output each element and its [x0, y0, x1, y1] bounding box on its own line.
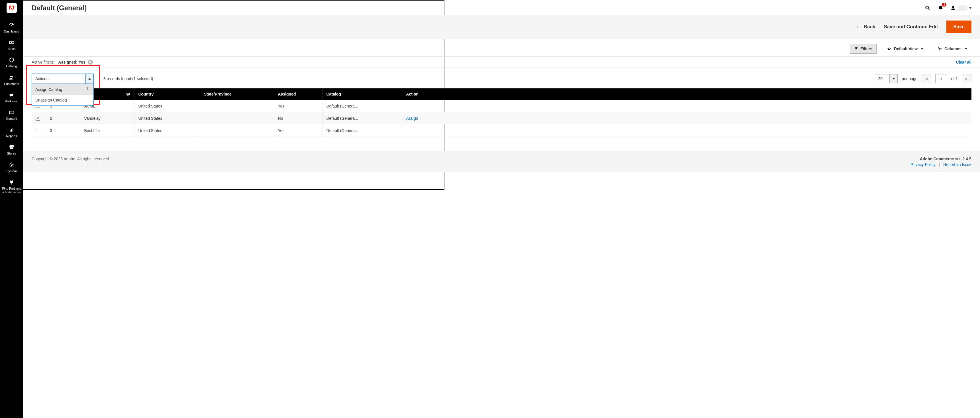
megaphone-icon — [8, 91, 15, 98]
main-content: Default (General) 3 ← Back Save and Cont… — [23, 0, 444, 190]
cell-catalog: Default (Genera... — [322, 112, 402, 124]
cell-id: 2 — [46, 112, 80, 124]
table-row: 3Best LifeUnited StatesYesDefault (Gener… — [32, 124, 444, 137]
nav-label: Stores — [7, 152, 16, 155]
cash-icon — [8, 39, 15, 46]
cell-catalog: Default (Genera... — [322, 100, 402, 112]
cell-country: United States — [134, 124, 200, 137]
cell-country: United States — [134, 100, 200, 112]
svg-rect-7 — [10, 130, 11, 132]
svg-point-2 — [11, 42, 12, 43]
nav-label: Dashboard — [4, 30, 19, 34]
cell-assigned: Yes — [274, 100, 322, 112]
header-state[interactable]: State/Province — [200, 88, 274, 100]
grid-controls: Actions Assign Catalog Unassign Catalog … — [23, 71, 444, 88]
action-item-label: Assign Catalog — [35, 87, 62, 92]
store-icon — [8, 144, 15, 150]
cell-company: Vandelay — [80, 112, 134, 124]
actions-dropdown-menu: Assign Catalog Unassign Catalog — [32, 84, 94, 105]
svg-rect-9 — [13, 128, 13, 131]
assign-link[interactable]: Assign — [406, 116, 418, 121]
adobe-logo[interactable] — [6, 3, 17, 13]
page-actions: ← Back Save and Continue Edit Save — [23, 15, 444, 39]
gauge-icon — [8, 22, 15, 29]
cell-action: Assign — [402, 112, 444, 124]
cell-state — [200, 100, 274, 112]
cell-action — [402, 124, 444, 137]
nav-dashboard[interactable]: Dashboard — [0, 19, 23, 36]
nav-label: Marketing — [5, 99, 18, 103]
nav-label: Content — [6, 117, 17, 121]
nav-sales[interactable]: Sales — [0, 36, 23, 54]
svg-point-0 — [11, 25, 12, 26]
cell-assigned: Yes — [274, 124, 322, 137]
cell-country: United States — [134, 112, 200, 124]
admin-sidebar: Dashboard Sales Catalog Customers Market… — [0, 0, 23, 190]
cell-id: 3 — [46, 124, 80, 137]
card-icon — [8, 109, 15, 116]
cell-action — [402, 100, 444, 112]
cell-assigned: No — [274, 112, 322, 124]
nav-reports[interactable]: Reports — [0, 123, 23, 141]
actions-dropdown-wrap: Actions Assign Catalog Unassign Catalog — [32, 73, 94, 84]
nav-customers[interactable]: Customers — [0, 71, 23, 89]
nav-label: Catalog — [6, 64, 17, 68]
svg-rect-8 — [11, 129, 12, 132]
nav-system[interactable]: System — [0, 158, 23, 176]
nav-partners[interactable]: Find Partners & Extensions — [0, 176, 23, 190]
active-filters-row: Active filters: Assigned: Yes ✕ Clear al… — [23, 56, 444, 68]
filter-chip-text: Assigned: Yes — [58, 60, 85, 64]
active-filters-label: Active filters: — [32, 60, 54, 64]
cell-company: Best Life — [80, 124, 134, 137]
topbar: Default (General) 3 — [23, 0, 444, 15]
copyright: Copyright © 2023 Adobe. All rights reser… — [32, 156, 110, 161]
plug-icon — [8, 179, 15, 186]
remove-filter-icon[interactable]: ✕ — [88, 60, 93, 65]
bars-icon — [8, 126, 15, 133]
action-assign-catalog[interactable]: Assign Catalog — [32, 84, 94, 95]
table-row: 2VandelayUnited StatesNoDefault (Genera.… — [32, 112, 444, 124]
nav-catalog[interactable]: Catalog — [0, 54, 23, 71]
nav-label: Customers — [4, 82, 19, 86]
cursor-icon — [86, 87, 90, 92]
records-found-text: 3 records found (1 selected) — [103, 77, 153, 81]
nav-content[interactable]: Content — [0, 106, 23, 123]
actions-dropdown-toggle[interactable]: Actions — [32, 73, 94, 84]
row-checkbox[interactable] — [36, 116, 40, 121]
action-unassign-catalog[interactable]: Unassign Catalog — [32, 95, 94, 105]
row-checkbox[interactable] — [36, 128, 40, 132]
action-item-label: Unassign Catalog — [35, 98, 67, 102]
nav-stores[interactable]: Stores — [0, 141, 23, 158]
filter-chip: Assigned: Yes ✕ — [58, 60, 92, 65]
page-title: Default (General) — [32, 4, 87, 12]
header-country[interactable]: Country — [134, 88, 200, 100]
people-icon — [8, 74, 15, 81]
cell-state — [200, 112, 274, 124]
svg-point-4 — [12, 76, 13, 77]
header-catalog[interactable]: Catalog — [322, 88, 402, 100]
nav-marketing[interactable]: Marketing — [0, 89, 23, 106]
actions-label: Actions — [32, 77, 86, 81]
page-footer: Copyright © 2023 Adobe. All rights reser… — [23, 151, 444, 172]
svg-point-10 — [11, 164, 12, 165]
nav-label: Reports — [6, 134, 17, 138]
header-assigned[interactable]: Assigned — [274, 88, 322, 100]
chevron-up-icon — [86, 74, 94, 83]
nav-label: System — [6, 169, 17, 173]
gear-icon — [8, 161, 15, 168]
svg-rect-5 — [10, 111, 14, 114]
nav-label: Sales — [8, 47, 16, 51]
cell-state — [200, 124, 274, 137]
box-icon — [8, 56, 15, 63]
nav-label: Find Partners & Extensions — [1, 187, 22, 190]
cell-catalog: Default (Genera... — [322, 124, 402, 137]
svg-point-3 — [10, 76, 12, 77]
grid-toolbar: Filters Default View Columns — [23, 39, 444, 56]
header-action[interactable]: Action — [402, 88, 444, 100]
